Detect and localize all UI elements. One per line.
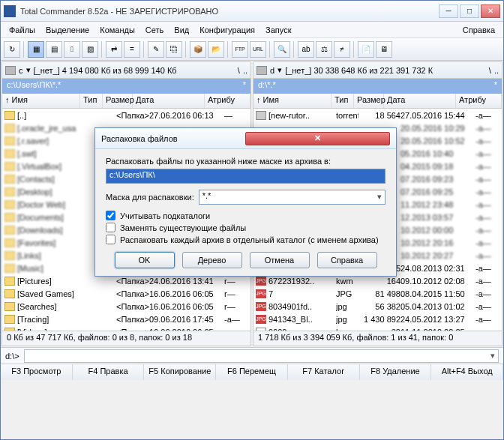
copy-icon[interactable]: ⿻ — [166, 41, 182, 58]
left-drivebar[interactable]: c▾ [_нет_] 4 194 080 Кб из 68 999 140 Кб… — [2, 62, 250, 79]
menu-files[interactable]: Файлы — [4, 24, 40, 36]
folder-icon — [4, 175, 15, 184]
f6-move[interactable]: F6 Перемещ — [216, 364, 288, 380]
folder-icon — [4, 162, 15, 171]
file-row[interactable]: [..]<Папка>27.06.2016 06:13— — [2, 109, 250, 121]
col-size[interactable]: Размер — [354, 94, 384, 108]
folder-icon — [4, 136, 15, 145]
right-path: d:\*.* — [258, 80, 276, 92]
left-drive-info: [_нет_] 4 194 080 Кб из 68 999 140 Кб — [34, 66, 177, 75]
view-full-icon[interactable]: ▤ — [46, 41, 62, 58]
dialog-tree-button[interactable]: Дерево — [182, 252, 242, 268]
dialog-cancel-button[interactable]: Отмена — [250, 252, 310, 268]
col-name[interactable]: ↑ Имя — [254, 94, 332, 108]
url-icon[interactable]: URL — [250, 41, 266, 58]
dialog-mask-label: Маска для распаковки: — [106, 193, 194, 202]
altf4-exit[interactable]: Alt+F4 Выход — [431, 364, 503, 380]
app-icon — [4, 5, 16, 17]
dialog-mask-combo[interactable]: *.* — [199, 190, 386, 205]
file-row[interactable]: JPG941343_Bl..jpg1 430 89224.05.2012 13:… — [254, 313, 502, 325]
left-drive-letter[interactable]: c — [19, 66, 23, 75]
right-drive-letter[interactable]: d — [270, 66, 274, 75]
file-row[interactable]: [Saved Games]<Папка>16.06.2016 06:05r— — [2, 287, 250, 300]
folder-icon — [4, 315, 15, 324]
dialog-titlebar[interactable]: Распаковка файлов ✕ — [95, 128, 396, 149]
drive-icon — [5, 66, 16, 75]
minimize-button[interactable]: ─ — [439, 4, 458, 18]
col-ext[interactable]: Тип — [80, 94, 103, 108]
equal-panels-icon[interactable]: = — [124, 41, 140, 58]
dialog-chk-subdirs[interactable]: Учитывать подкаталоги — [106, 211, 386, 220]
file-row[interactable]: JPG8034901fd..jpg56 38205.04.2013 01:02-… — [254, 300, 502, 313]
file-row[interactable]: [Videos]<Папка>16.06.2016 06:05r— — [2, 325, 250, 331]
col-size[interactable]: Размер — [103, 94, 133, 108]
dialog-chk-overwrite[interactable]: Заменять существующие файлы — [106, 223, 386, 232]
left-status: 0 Кб из 47 717 Кб, файлов: 0 из 8, папок… — [2, 331, 250, 346]
toolbar: ↻ ▦ ▤ 𖣯 ▧ ⇄ = ✎ ⿻ 📦 📂 FTP URL 🔍 ab ⚖ ≠ 📄… — [1, 38, 503, 61]
diff-icon[interactable]: ≠ — [334, 41, 350, 58]
menu-commands[interactable]: Команды — [94, 24, 140, 36]
menu-selection[interactable]: Выделение — [40, 24, 94, 36]
up-button[interactable]: .. — [243, 66, 248, 75]
f8-delete[interactable]: F8 Удаление — [360, 364, 432, 380]
unpack-icon[interactable]: 📂 — [208, 41, 224, 58]
menu-net[interactable]: Сеть — [140, 24, 169, 36]
jpg-icon: JPG — [256, 289, 266, 298]
right-drivebar[interactable]: d▾ [_нет_] 30 338 648 Кб из 221 391 732 … — [254, 62, 502, 79]
col-attr[interactable]: Атрибу — [456, 94, 502, 108]
col-ext[interactable]: Тип — [332, 94, 354, 108]
left-pathbar[interactable]: c:\Users\ПК\*.* * — [2, 79, 250, 94]
root-button[interactable]: \ — [238, 66, 240, 75]
view-tree-icon[interactable]: 𖣯 — [64, 41, 80, 58]
command-line[interactable]: d:\> — [1, 347, 503, 364]
dialog-unpack-label: Распаковать файлы по указанной ниже маск… — [106, 157, 386, 166]
f5-copy[interactable]: F5 Копирование — [144, 364, 216, 380]
menu-launch[interactable]: Запуск — [260, 24, 296, 36]
dialog-ok-button[interactable]: OK — [115, 252, 175, 268]
cmd-input[interactable] — [24, 349, 499, 363]
view-brief-icon[interactable]: ▦ — [28, 41, 44, 58]
file-row[interactable]: [new-rutor..torrent18 56427.05.2016 15:4… — [254, 109, 502, 121]
right-column-header[interactable]: ↑ Имя Тип Размер Дата Атрибу — [254, 94, 502, 109]
edit-icon[interactable]: ✎ — [148, 41, 164, 58]
menu-view[interactable]: Вид — [169, 24, 194, 36]
drive-icon — [256, 66, 267, 75]
col-date[interactable]: Дата — [384, 94, 456, 108]
f4-edit[interactable]: F4 Правка — [73, 364, 145, 380]
dialog-help-button[interactable]: Справка — [317, 252, 377, 268]
refresh-icon[interactable]: ↻ — [4, 41, 20, 58]
pack-icon[interactable]: 📦 — [190, 41, 206, 58]
right-pathbar[interactable]: d:\*.* * — [254, 79, 502, 94]
view-thumb-icon[interactable]: ▧ — [82, 41, 98, 58]
dialog-close-button[interactable]: ✕ — [245, 132, 391, 145]
f3-view[interactable]: F3 Просмотр — [1, 364, 73, 380]
file-row[interactable]: 9602key3211.11.2012 22:25-a— — [254, 325, 502, 331]
file-row[interactable]: [Searches]<Папка>16.06.2016 06:05r— — [2, 300, 250, 313]
file-row[interactable]: JPG7JPG81 49808.04.2015 11:50-a— — [254, 287, 502, 300]
control-panel-icon[interactable]: 🖥 — [376, 41, 392, 58]
right-drive-info: [_нет_] 30 338 648 Кб из 221 391 732 К — [285, 66, 433, 75]
ftp-icon[interactable]: FTP — [232, 41, 248, 58]
root-button[interactable]: \ — [489, 66, 491, 75]
search-icon[interactable]: 🔍 — [274, 41, 290, 58]
up-button[interactable]: .. — [494, 66, 499, 75]
menu-help[interactable]: Справка — [458, 24, 500, 36]
col-name[interactable]: ↑ Имя — [2, 94, 80, 108]
maximize-button[interactable]: □ — [460, 4, 479, 18]
left-column-header[interactable]: ↑ Имя Тип Размер Дата Атрибу — [2, 94, 250, 109]
file-row[interactable]: [Tracing]<Папка>09.06.2016 17:45-a— — [2, 313, 250, 325]
sync-icon[interactable]: ⚖ — [316, 41, 332, 58]
col-attr[interactable]: Атрибу — [205, 94, 250, 108]
dialog-path-input[interactable]: c:\Users\ПК\ — [106, 169, 386, 184]
dialog-chk-separate[interactable]: Распаковать каждый архив в отдельный кат… — [106, 235, 386, 244]
left-path-right: * — [243, 80, 246, 92]
swap-panels-icon[interactable]: ⇄ — [106, 41, 122, 58]
f7-mkdir[interactable]: F7 Каталог — [288, 364, 360, 380]
notepad-icon[interactable]: 📄 — [358, 41, 374, 58]
close-button[interactable]: ✕ — [481, 4, 500, 18]
multirename-icon[interactable]: ab — [298, 41, 314, 58]
window-title: Total Commander 8.52a - НЕ ЗАРЕГИСТРИРОВ… — [20, 7, 437, 16]
col-date[interactable]: Дата — [133, 94, 205, 108]
menu-config[interactable]: Конфигурация — [194, 24, 260, 36]
menubar: Файлы Выделение Команды Сеть Вид Конфигу… — [1, 22, 503, 38]
